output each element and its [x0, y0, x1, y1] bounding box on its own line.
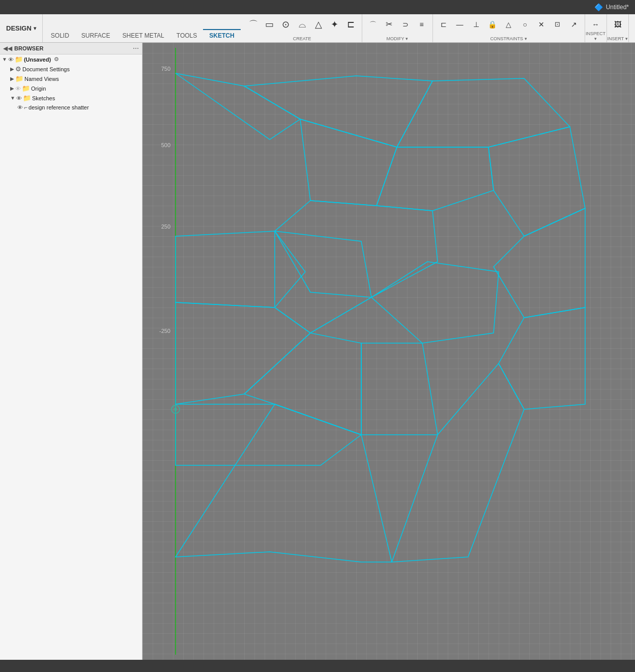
fillet-tool[interactable]: ⌒ — [365, 13, 381, 36]
settings-icon[interactable]: ⚙ — [54, 56, 59, 63]
eye-icon2[interactable]: 👁 — [15, 86, 21, 92]
polygon-tool[interactable]: △ — [311, 13, 326, 36]
tab-solid[interactable]: SOLID — [45, 29, 75, 42]
unsaved-label: (Unsaved) — [24, 57, 51, 63]
rect-tool[interactable]: ▭ — [262, 13, 277, 36]
axis-250: 250 — [161, 223, 170, 230]
cursor-tool[interactable]: ↗ — [566, 13, 582, 36]
line-tool[interactable]: ⌒ — [246, 13, 261, 36]
circle-const[interactable]: ○ — [517, 13, 533, 36]
sketch-canvas: 750 500 250 -250 — [142, 43, 635, 660]
browser-header: ◀◀ BROWSER ⋯ — [0, 43, 142, 54]
cross-tool[interactable]: ✕ — [534, 13, 549, 36]
tab-sketch[interactable]: SKETCH — [203, 29, 240, 42]
canvas[interactable]: 750 500 250 -250 — [142, 43, 635, 660]
gear-icon: ⚙ — [15, 65, 21, 73]
browser-item-named-views[interactable]: ▶ 📁 Named Views — [0, 74, 142, 83]
axis-neg250: -250 — [159, 328, 170, 334]
extend-tool[interactable]: ⊃ — [398, 13, 413, 36]
line-const-tool[interactable]: — — [452, 13, 468, 36]
insert-section: 🖼 INSERT ▾ — [607, 14, 629, 42]
statusbar — [0, 660, 635, 672]
browser-item-doc-settings[interactable]: ▶ ⚙ Document Settings — [0, 64, 142, 74]
tab-sheet-metal[interactable]: SHEET METAL — [117, 29, 170, 42]
lock-tool[interactable]: 🔒 — [485, 13, 500, 36]
eye-icon3[interactable]: 👁 — [16, 95, 22, 101]
browser-title: BROWSER — [14, 45, 131, 51]
arrow-down-icon2[interactable]: ▼ — [10, 95, 15, 101]
arrow-down-icon[interactable]: ▼ — [2, 57, 7, 62]
app-icon: 🔷 — [594, 3, 603, 11]
browser-item-design-ref[interactable]: 👁 ⌐ design reference shatter — [0, 103, 142, 112]
collapse-browser-icon[interactable]: ◀◀ — [3, 45, 12, 52]
tab-tools[interactable]: TOOLS — [170, 29, 203, 42]
modify-section: ⌒ ✂ ⊃ ≡ MODIFY ▾ — [362, 14, 433, 42]
browser-item-sketches[interactable]: ▼ 👁 📁 Sketches — [0, 93, 142, 103]
named-views-label: Named Views — [24, 76, 59, 82]
arrow-right-icon[interactable]: ▶ — [10, 66, 14, 72]
doc-settings-label: Document Settings — [22, 66, 70, 72]
perp-tool[interactable]: ⊥ — [469, 13, 484, 36]
modify-label: MODIFY ▾ — [362, 36, 432, 41]
browser-panel: ◀◀ BROWSER ⋯ ▼ 👁 📁 (Unsaved) ⚙ ▶ ⚙ Docum… — [0, 43, 142, 660]
break-tool[interactable]: ≡ — [414, 13, 429, 36]
arrow-right-icon2[interactable]: ▶ — [10, 76, 14, 81]
arrow-right-icon3[interactable]: ▶ — [10, 86, 14, 91]
insert-label: INSERT ▾ — [607, 36, 628, 41]
origin-label: Origin — [31, 86, 46, 92]
triangle-const[interactable]: △ — [501, 13, 516, 36]
titlebar: 🔷 Untitled* — [0, 0, 635, 14]
ellipse-tool[interactable]: ⊏ — [343, 13, 359, 36]
axis-500: 500 — [161, 142, 170, 148]
toolbar-tabs: SOLID SURFACE SHEET METAL TOOLS SKETCH — [43, 14, 243, 42]
constraints-label: CONSTRAINTS ▾ — [433, 36, 585, 41]
browser-item-unsaved[interactable]: ▼ 👁 📁 (Unsaved) ⚙ — [0, 54, 142, 64]
trim-tool[interactable]: ✂ — [382, 13, 397, 36]
tab-surface[interactable]: SURFACE — [75, 29, 117, 42]
sketch-icon: ⌐ — [24, 104, 27, 111]
inspect-label: INSPECT ▾ — [585, 31, 607, 41]
browser-options-icon[interactable]: ⋯ — [133, 45, 139, 52]
eye-icon[interactable]: 👁 — [8, 57, 14, 63]
main-area: ◀◀ BROWSER ⋯ ▼ 👁 📁 (Unsaved) ⚙ ▶ ⚙ Docum… — [0, 43, 635, 660]
axis-750: 750 — [161, 66, 170, 72]
folder-icon: 📁 — [15, 55, 23, 63]
insert-image[interactable]: 🖼 — [610, 13, 625, 36]
folder-icon4: 📁 — [23, 94, 31, 102]
browser-item-origin[interactable]: ▶ 👁 📁 Origin — [0, 83, 142, 93]
eye-icon4[interactable]: 👁 — [17, 104, 23, 110]
folder-icon3: 📁 — [22, 85, 30, 92]
inspect-section: ↔ INSPECT ▾ — [585, 14, 607, 42]
toolbar: DESIGN ▾ SOLID SURFACE SHEET METAL TOOLS… — [0, 14, 635, 43]
create-label: CREATE — [243, 36, 362, 41]
sketches-label: Sketches — [32, 95, 55, 101]
spline-tool[interactable]: ✦ — [327, 13, 342, 36]
svg-point-2 — [174, 408, 177, 411]
arc-tool[interactable]: ⌓ — [295, 13, 310, 36]
design-dropdown[interactable]: DESIGN ▾ — [0, 14, 43, 42]
design-label: DESIGN — [6, 24, 32, 32]
design-ref-label: design reference shatter — [28, 104, 89, 110]
mirror-tool[interactable]: ⊡ — [550, 13, 565, 36]
document-title: Untitled* — [606, 4, 629, 11]
folder-icon2: 📁 — [15, 75, 23, 82]
circle-tool[interactable]: ⊙ — [278, 13, 294, 36]
coincident-tool[interactable]: ⊏ — [436, 13, 451, 36]
constraints-section: ⊏ — ⊥ 🔒 △ ○ ✕ ⊡ ↗ CONSTRAINTS ▾ — [433, 14, 585, 42]
create-section: ⌒ ▭ ⊙ ⌓ △ ✦ ⊏ CREATE — [243, 14, 362, 42]
chevron-down-icon: ▾ — [34, 25, 36, 31]
